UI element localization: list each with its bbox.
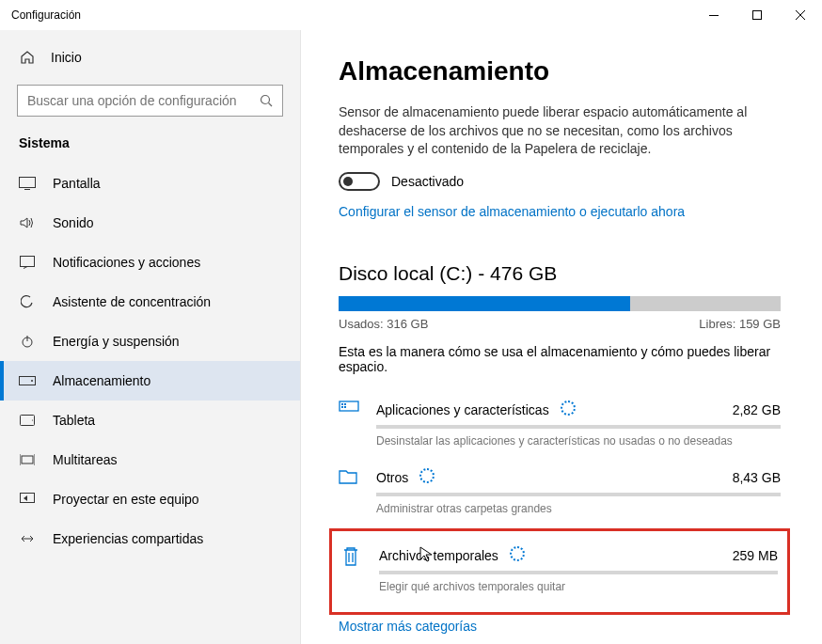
nav-energia[interactable]: Energía y suspensión (0, 322, 300, 361)
nav-label: Pantalla (53, 176, 101, 191)
category-bar (376, 425, 781, 429)
disk-stats: Usados: 316 GB Libres: 159 GB (339, 317, 781, 331)
nav-tableta[interactable]: Tableta (0, 401, 300, 440)
nav-experiencias[interactable]: Experiencias compartidas (0, 519, 300, 558)
sidebar: Inicio Sistema Pantalla Sonido Notificac… (0, 30, 301, 644)
nav-label: Tableta (53, 413, 95, 428)
svg-line-5 (269, 103, 273, 107)
svg-rect-15 (22, 456, 33, 463)
category-name: Otros (376, 470, 408, 485)
titlebar: Configuración (0, 0, 822, 30)
home-icon (19, 49, 36, 66)
focus-icon (19, 293, 36, 310)
main-panel: Almacenamiento Sensor de almacenamiento … (301, 30, 822, 644)
search-input[interactable] (27, 93, 260, 108)
svg-rect-22 (341, 406, 343, 408)
category-size: 8,43 GB (733, 470, 781, 485)
category-bar (376, 493, 781, 496)
category-name: Aplicaciones y características (376, 402, 549, 417)
toggle-row: Desactivado (339, 172, 781, 191)
loading-spinner-icon (510, 546, 525, 561)
storage-icon (19, 372, 36, 389)
nav-label: Asistente de concentración (53, 294, 211, 309)
category-temp-files[interactable]: Archivos temporales 259 MB Elegir qué ar… (329, 528, 790, 615)
svg-rect-20 (341, 403, 343, 405)
category-subtext: Desinstalar las aplicaciones y caracterí… (376, 434, 781, 448)
svg-point-4 (261, 96, 270, 104)
disk-used: Usados: 316 GB (339, 317, 428, 331)
show-more-link[interactable]: Mostrar más categorías (339, 619, 781, 634)
home-label: Inicio (51, 50, 82, 65)
category-subtext: Administrar otras carpetas grandes (376, 502, 781, 515)
nav-notificaciones[interactable]: Notificaciones y acciones (0, 243, 300, 282)
toggle-state-label: Desactivado (391, 174, 464, 189)
disk-free: Libres: 159 GB (699, 317, 781, 331)
disk-usage-bar (339, 296, 781, 311)
category-bar (379, 571, 778, 574)
loading-spinner-icon (561, 401, 576, 416)
nav-pantalla[interactable]: Pantalla (0, 164, 300, 203)
toggle-knob (343, 177, 353, 186)
nav-sonido[interactable]: Sonido (0, 203, 300, 243)
tablet-icon (19, 412, 36, 429)
nav-label: Sonido (53, 215, 94, 230)
category-size: 259 MB (733, 548, 778, 563)
nav-label: Almacenamiento (53, 373, 150, 388)
close-button[interactable] (779, 0, 822, 30)
storage-sense-toggle[interactable] (339, 172, 380, 191)
notifications-icon (19, 254, 36, 271)
nav-multitareas[interactable]: Multitareas (0, 440, 300, 479)
search-box[interactable] (17, 85, 283, 117)
nav-almacenamiento[interactable]: Almacenamiento (0, 361, 300, 401)
configure-sensor-link[interactable]: Configurar el sensor de almacenamiento o… (339, 204, 781, 219)
nav-label: Energía y suspensión (53, 334, 180, 349)
nav-label: Proyectar en este equipo (53, 492, 199, 507)
svg-rect-21 (344, 403, 346, 405)
category-otros[interactable]: Otros 8,43 GB Administrar otras carpetas… (339, 461, 781, 528)
disk-description: Esta es la manera cómo se usa el almacen… (339, 344, 781, 374)
svg-rect-8 (21, 257, 35, 267)
svg-rect-6 (20, 178, 36, 188)
apps-icon (339, 401, 361, 448)
page-title: Almacenamiento (339, 56, 781, 86)
svg-rect-0 (709, 15, 719, 16)
category-size: 2,82 GB (733, 402, 781, 417)
category-apps[interactable]: Aplicaciones y características 2,82 GB D… (339, 393, 781, 461)
sensor-description: Sensor de almacenamiento puede liberar e… (339, 103, 771, 159)
nav-label: Experiencias compartidas (53, 531, 203, 546)
nav-label: Multitareas (53, 452, 117, 467)
power-icon (19, 333, 36, 350)
category-name: Archivos temporales (379, 548, 498, 563)
minimize-button[interactable] (692, 0, 735, 30)
disk-bar-fill (339, 296, 630, 311)
shared-icon (19, 530, 36, 547)
nav-asistente[interactable]: Asistente de concentración (0, 282, 300, 322)
search-icon (260, 94, 273, 107)
sound-icon (19, 214, 36, 231)
disk-title: Disco local (C:) - 476 GB (339, 262, 781, 285)
nav-proyectar[interactable]: Proyectar en este equipo (0, 479, 300, 519)
svg-point-14 (32, 419, 33, 420)
home-nav[interactable]: Inicio (0, 41, 300, 73)
project-icon (19, 491, 36, 508)
window-controls (692, 0, 822, 30)
window-title: Configuración (11, 8, 81, 22)
category-subtext: Elegir qué archivos temporales quitar (379, 580, 778, 593)
display-icon (19, 175, 36, 192)
loading-spinner-icon (419, 468, 435, 483)
svg-rect-1 (753, 11, 762, 20)
maximize-button[interactable] (735, 0, 779, 30)
nav-label: Notificaciones y acciones (53, 255, 200, 270)
folder-icon (339, 468, 361, 515)
multitask-icon (19, 451, 36, 468)
svg-point-12 (31, 380, 33, 382)
svg-rect-23 (344, 406, 346, 408)
trash-icon (341, 546, 364, 593)
section-heading: Sistema (0, 135, 300, 164)
